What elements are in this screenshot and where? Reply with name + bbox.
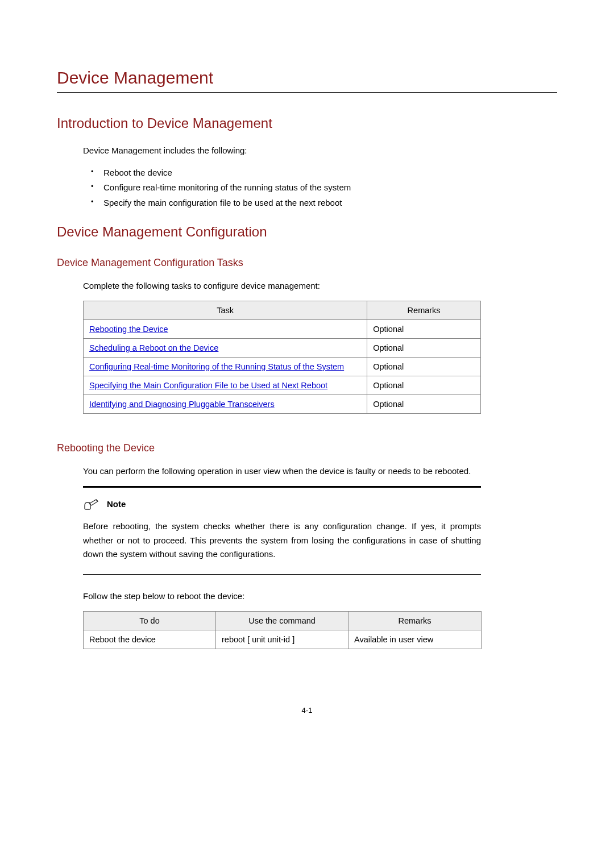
cmd-table-todo: Reboot the device [84,630,216,649]
cmd-table-header-remarks: Remarks [349,612,482,630]
config-heading: Device Management Configuration [57,224,557,240]
cmd-table-cmd: reboot [ unit unit-id ] [216,630,349,649]
task-link-schedule-reboot[interactable]: Scheduling a Reboot on the Device [89,343,218,352]
note-block: Note Before rebooting, the system checks… [83,486,481,575]
intro-bullet-item: Reboot the device [91,165,557,180]
intro-heading: Introduction to Device Management [57,115,557,131]
reboot-command-table: To do Use the command Remarks Reboot the… [83,611,482,649]
task-remarks: Optional [367,376,481,394]
note-text: Before rebooting, the system checks whet… [83,520,481,562]
note-label: Note [107,499,126,509]
note-hand-pencil-icon [83,498,102,510]
task-remarks: Optional [367,338,481,357]
config-tasks-lead: Complete the following tasks to configur… [83,279,557,293]
task-remarks: Optional [367,357,481,376]
note-bottom-rule [83,574,481,575]
cmd-table-header-cmd: Use the command [216,612,349,630]
task-remarks: Optional [367,394,481,413]
cmd-table-header-todo: To do [84,612,216,630]
page-number: 4-1 [57,706,557,715]
task-link-reboot[interactable]: Rebooting the Device [89,325,168,334]
intro-lead: Device Management includes the following… [83,144,557,157]
tasks-table-header-remarks: Remarks [367,301,481,319]
intro-bullet-item: Configure real-time monitoring of the ru… [91,180,557,195]
reboot-follow-text: Follow the step below to reboot the devi… [83,589,557,603]
reboot-lead: You can perform the following operation … [83,464,557,478]
task-link-main-config-file[interactable]: Specifying the Main Configuration File t… [89,381,327,390]
tasks-table-header-task: Task [84,301,367,319]
chapter-title: Device Management [57,68,557,93]
intro-bullet-item: Specify the main configuration file to b… [91,196,557,210]
note-top-rule [83,486,481,488]
intro-bullet-list: Reboot the device Configure real-time mo… [91,165,557,210]
task-link-realtime-monitoring[interactable]: Configuring Real-time Monitoring of the … [89,362,344,371]
cmd-table-remarks: Available in user view [349,630,482,649]
reboot-heading: Rebooting the Device [57,442,557,454]
task-remarks: Optional [367,319,481,338]
tasks-table: Task Remarks Rebooting the Device Option… [83,301,481,414]
task-link-pluggable-transceivers[interactable]: Identifying and Diagnosing Pluggable Tra… [89,400,275,409]
config-tasks-heading: Device Management Configuration Tasks [57,257,557,269]
